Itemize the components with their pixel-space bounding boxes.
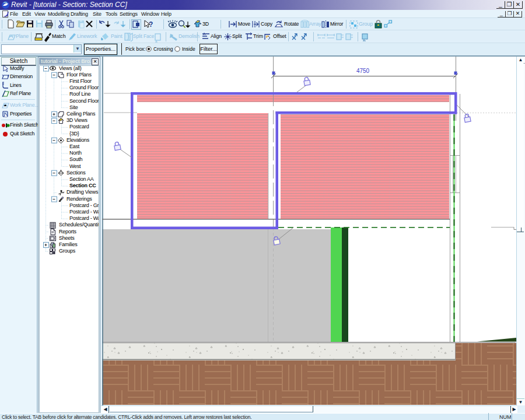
svg-text:4750: 4750: [356, 68, 370, 74]
svg-text:?: ?: [149, 20, 153, 29]
